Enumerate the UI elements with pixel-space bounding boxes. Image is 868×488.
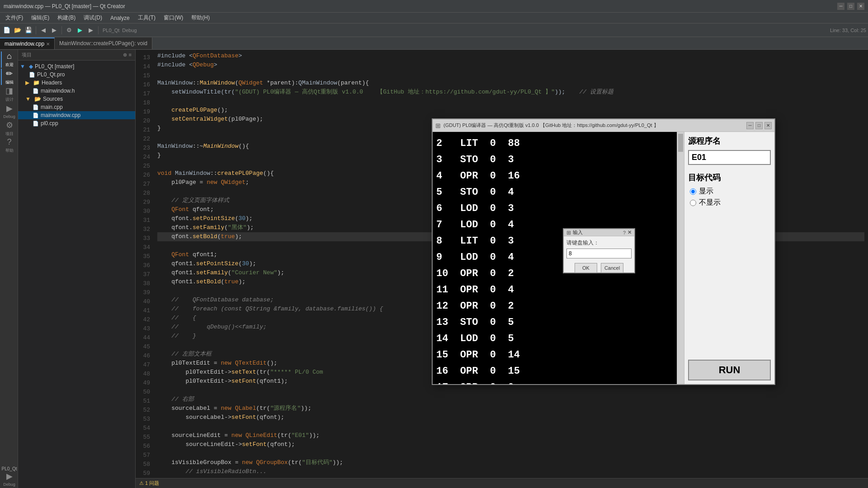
tab-createpl0page[interactable]: MainWindow::createPL0Page(): void <box>55 38 152 49</box>
menu-window[interactable]: 窗口(W) <box>160 13 187 23</box>
toolbar-sep-1 <box>36 26 36 34</box>
pro-icon: 📄 <box>29 72 35 78</box>
icon-design[interactable]: ◨ 设计 <box>1 86 17 102</box>
tree-item-project[interactable]: ▼ ◆ PL0_Qt [master] <box>18 62 135 70</box>
dialog-cancel-button[interactable]: Cancel <box>601 263 623 273</box>
show-radio-text: 显示 <box>699 187 713 196</box>
tree-item-headers[interactable]: ▶ 📁 Headers <box>18 79 135 87</box>
sources-label: Sources <box>43 96 63 102</box>
pl0-code-display: 2 LIT 0 88 3 STO 0 3 4 OPR 0 16 5 STO 0 … <box>433 132 677 384</box>
pl0-code-line-1: 2 LIT 0 88 <box>436 136 673 152</box>
welcome-label: 欢迎 <box>5 62 14 68</box>
toolbar-back[interactable]: ◀ <box>38 25 48 35</box>
tree-item-mainwindow-cpp[interactable]: 📄 mainwindow.cpp <box>18 111 135 119</box>
edit-label: 编辑 <box>5 80 14 85</box>
menu-edit[interactable]: 编辑(E) <box>28 13 53 23</box>
icon-debug[interactable]: ▶ Debug <box>1 103 17 119</box>
toolbar-run[interactable]: ▶ <box>75 25 85 35</box>
maximize-button[interactable]: □ <box>847 3 854 10</box>
left-icon-bar: ⌂ 欢迎 ✏ 编辑 ◨ 设计 ▶ Debug ⚙ 项目 ? 帮助 PL0_Qt … <box>0 50 18 488</box>
main-cpp-icon: 📄 <box>33 104 39 110</box>
dialog-input[interactable] <box>566 249 632 258</box>
tree-item-mainwindow-h[interactable]: 📄 mainwindow.h <box>18 87 135 95</box>
menu-tools[interactable]: 工具(T) <box>134 13 159 23</box>
project-expand-icon: ▼ <box>20 63 25 70</box>
pl0-code-line-10: 11 OPR 0 4 <box>436 282 673 298</box>
app-title: mainwindow.cpp — PL0_Qt [master] — Qt Cr… <box>4 3 125 9</box>
sidebar-title: 项目 <box>22 52 32 58</box>
menu-help[interactable]: 帮助(H) <box>188 13 213 23</box>
tree-item-main-cpp[interactable]: 📄 main.cpp <box>18 103 135 111</box>
pl0-window-title: (GDUT) PL0编译器 — 高仿Qt重制版 v1.0.0 【GitHub 地… <box>443 122 744 129</box>
icon-welcome[interactable]: ⌂ 欢迎 <box>1 52 17 68</box>
current-mode: Debug <box>122 28 137 33</box>
hide-radio[interactable] <box>690 200 696 206</box>
project-label: PL0_Qt [master] <box>35 63 74 70</box>
dialog-ok-button[interactable]: OK <box>575 263 597 273</box>
visibility-radio-group: 显示 不显示 <box>690 187 771 207</box>
dialog-title: 输入 <box>573 229 621 236</box>
pl0-minimize-button[interactable]: ─ <box>746 122 754 129</box>
run-button[interactable]: RUN <box>688 360 771 380</box>
pl0-code-line-15: 16 OPR 0 15 <box>436 363 673 380</box>
pl0-code-line-14: 15 OPR 0 14 <box>436 347 673 363</box>
pl0-cpp-label: pl0.cpp <box>41 120 58 127</box>
menu-debug[interactable]: 调试(D) <box>80 13 106 23</box>
tab-bar: mainwindow.cpp ✕ MainWindow::createPL0Pa… <box>0 37 868 50</box>
pl0-code-line-9: 10 OPR 0 2 <box>436 266 673 282</box>
toolbar-save[interactable]: 💾 <box>24 25 33 35</box>
icon-help[interactable]: ? 帮助 <box>1 137 17 154</box>
editor-info-bar: ⚠ 1 问题 <box>136 478 868 488</box>
pl0-close-button[interactable]: ✕ <box>764 122 772 129</box>
tab-close-0[interactable]: ✕ <box>46 42 50 47</box>
tree-item-sources[interactable]: ▼ 📂 Sources <box>18 95 135 103</box>
pl0-code-line-6: 7 LOD 0 4 <box>436 217 673 233</box>
editor-container: 1314151617181920212223242526272829303132… <box>136 50 868 488</box>
pl0-cpp-icon: 📄 <box>33 121 39 127</box>
icon-projects[interactable]: ⚙ 项目 <box>1 120 17 136</box>
icon-pl0[interactable]: PL0_Qt ▶ Debug <box>1 468 17 484</box>
help-label: 帮助 <box>5 148 14 154</box>
minimize-button[interactable]: ─ <box>837 3 844 10</box>
pl0-scrollbar[interactable] <box>677 132 684 384</box>
close-button[interactable]: ✕ <box>857 3 864 10</box>
pl0-title-bar: ⊞ (GDUT) PL0编译器 — 高仿Qt重制版 v1.0.0 【GitHub… <box>433 119 774 132</box>
pl0-icon: PL0_Qt <box>2 466 17 471</box>
tab-mainwindow-cpp[interactable]: mainwindow.cpp ✕ <box>0 38 55 49</box>
dialog-icon: ⊞ <box>566 230 571 236</box>
toolbar-build[interactable]: ⚙ <box>64 25 74 35</box>
toolbar-debug-run[interactable]: ▶ <box>86 25 96 35</box>
menu-analyze[interactable]: Analyze <box>107 14 133 22</box>
hide-radio-text: 不显示 <box>699 198 721 207</box>
pl0-code-line-8: 9 LOD 0 4 <box>436 249 673 266</box>
dialog-body: 请键盘输入： <box>564 236 634 261</box>
pl0-maximize-button[interactable]: □ <box>755 122 763 129</box>
design-label: 设计 <box>5 97 14 103</box>
debug2-label: Debug <box>3 482 15 487</box>
toolbar-right: Line: 33, Col: 25 <box>830 28 866 33</box>
toolbar-open[interactable]: 📂 <box>13 25 23 35</box>
pl0-code-line-4: 5 STO 0 4 <box>436 184 673 201</box>
pl0-app-icon: ⊞ <box>435 122 441 129</box>
headers-expand-icon: ▶ <box>25 80 29 86</box>
dialog-close-button[interactable]: ✕ <box>627 230 632 235</box>
dialog-help-button[interactable]: ? <box>623 230 626 235</box>
source-input[interactable] <box>688 150 771 165</box>
line-col-display: Line: 33, Col: 25 <box>830 28 866 33</box>
sidebar-header: 项目 ⊕ ≡ <box>18 50 135 61</box>
tree-item-pro[interactable]: 📄 PL0_Qt.pro <box>18 70 135 79</box>
pl0-scrollbar-thumb[interactable] <box>678 134 683 152</box>
pl0-code-line-2: 3 STO 0 3 <box>436 152 673 168</box>
toolbar-forward[interactable]: ▶ <box>49 25 59 35</box>
menu-build[interactable]: 构建(B) <box>54 13 79 23</box>
tree-item-pl0-cpp[interactable]: 📄 pl0.cpp <box>18 119 135 127</box>
problems-indicator: ⚠ 1 问题 <box>139 480 159 487</box>
show-radio[interactable] <box>690 188 696 195</box>
menu-file[interactable]: 文件(F) <box>2 13 27 23</box>
icon-edit[interactable]: ✏ 编辑 <box>1 69 17 85</box>
debug-icon: ▶ <box>6 103 13 113</box>
edit-icon: ✏ <box>6 69 13 79</box>
toolbar-new[interactable]: 📄 <box>2 25 12 35</box>
window-controls: ─ □ ✕ <box>837 3 864 10</box>
pl0-code-line-12: 13 STO 0 5 <box>436 314 673 331</box>
